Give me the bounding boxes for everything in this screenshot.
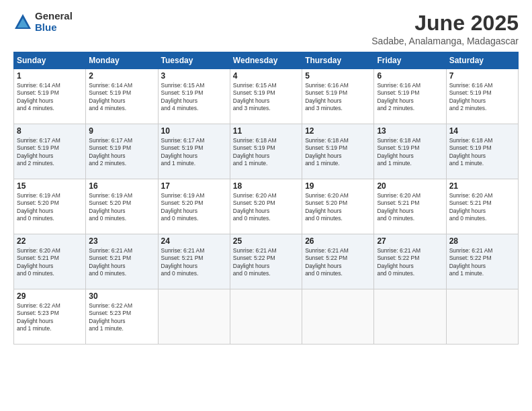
- logo-general-text: General: [35, 11, 73, 22]
- calendar-cell: 6 Sunrise: 6:16 AM Sunset: 5:19 PM Dayli…: [374, 69, 446, 124]
- day-number: 13: [377, 126, 443, 136]
- day-info: Sunrise: 6:19 AM Sunset: 5:20 PM Dayligh…: [17, 192, 83, 223]
- calendar-cell: 21 Sunrise: 6:20 AM Sunset: 5:21 PM Dayl…: [446, 179, 518, 234]
- day-info: Sunrise: 6:18 AM Sunset: 5:19 PM Dayligh…: [305, 137, 371, 168]
- day-info: Sunrise: 6:20 AM Sunset: 5:20 PM Dayligh…: [233, 192, 299, 223]
- day-number: 28: [449, 236, 515, 246]
- day-info: Sunrise: 6:20 AM Sunset: 5:21 PM Dayligh…: [449, 192, 515, 223]
- header-wednesday: Wednesday: [230, 52, 302, 69]
- day-info: Sunrise: 6:22 AM Sunset: 5:23 PM Dayligh…: [89, 302, 154, 333]
- calendar-cell: 23 Sunrise: 6:21 AM Sunset: 5:21 PM Dayl…: [86, 234, 158, 289]
- day-info: Sunrise: 6:17 AM Sunset: 5:19 PM Dayligh…: [89, 137, 154, 168]
- calendar-cell: 18 Sunrise: 6:20 AM Sunset: 5:20 PM Dayl…: [230, 179, 302, 234]
- day-number: 2: [89, 71, 154, 81]
- week-row-4: 22 Sunrise: 6:20 AM Sunset: 5:21 PM Dayl…: [14, 234, 519, 289]
- calendar-cell: 29 Sunrise: 6:22 AM Sunset: 5:23 PM Dayl…: [14, 289, 86, 345]
- calendar-cell: [158, 289, 230, 345]
- day-number: 30: [89, 291, 154, 301]
- day-info: Sunrise: 6:16 AM Sunset: 5:19 PM Dayligh…: [449, 82, 515, 113]
- weekday-header-row: Sunday Monday Tuesday Wednesday Thursday…: [14, 52, 519, 69]
- day-number: 10: [161, 126, 227, 136]
- day-number: 22: [17, 236, 83, 246]
- day-number: 27: [377, 236, 443, 246]
- day-info: Sunrise: 6:21 AM Sunset: 5:22 PM Dayligh…: [305, 247, 371, 278]
- day-number: 25: [233, 236, 299, 246]
- week-row-5: 29 Sunrise: 6:22 AM Sunset: 5:23 PM Dayl…: [14, 289, 519, 345]
- day-number: 17: [161, 181, 227, 191]
- day-number: 21: [449, 181, 515, 191]
- calendar-cell: 15 Sunrise: 6:19 AM Sunset: 5:20 PM Dayl…: [14, 179, 86, 234]
- page: General Blue June 2025 Sadabe, Analamang…: [0, 0, 532, 411]
- day-info: Sunrise: 6:14 AM Sunset: 5:19 PM Dayligh…: [89, 82, 154, 113]
- day-number: 8: [17, 126, 83, 136]
- calendar-cell: 2 Sunrise: 6:14 AM Sunset: 5:19 PM Dayli…: [86, 69, 158, 124]
- logo-text: General Blue: [35, 11, 73, 33]
- header-friday: Friday: [374, 52, 446, 69]
- header-thursday: Thursday: [302, 52, 374, 69]
- day-number: 19: [305, 181, 371, 191]
- day-number: 20: [377, 181, 443, 191]
- calendar-cell: 17 Sunrise: 6:19 AM Sunset: 5:20 PM Dayl…: [158, 179, 230, 234]
- title-area: June 2025 Sadabe, Analamanga, Madagascar: [371, 11, 519, 46]
- calendar-cell: 3 Sunrise: 6:15 AM Sunset: 5:19 PM Dayli…: [158, 69, 230, 124]
- day-number: 4: [233, 71, 299, 81]
- calendar-cell: [302, 289, 374, 345]
- day-info: Sunrise: 6:20 AM Sunset: 5:21 PM Dayligh…: [377, 192, 443, 223]
- calendar-table: Sunday Monday Tuesday Wednesday Thursday…: [13, 52, 519, 345]
- day-number: 11: [233, 126, 299, 136]
- calendar-cell: 14 Sunrise: 6:18 AM Sunset: 5:19 PM Dayl…: [446, 124, 518, 179]
- week-row-2: 8 Sunrise: 6:17 AM Sunset: 5:19 PM Dayli…: [14, 124, 519, 179]
- day-info: Sunrise: 6:16 AM Sunset: 5:19 PM Dayligh…: [377, 82, 443, 113]
- calendar-cell: 24 Sunrise: 6:21 AM Sunset: 5:21 PM Dayl…: [158, 234, 230, 289]
- day-info: Sunrise: 6:16 AM Sunset: 5:19 PM Dayligh…: [305, 82, 371, 113]
- day-number: 24: [161, 236, 227, 246]
- day-number: 14: [449, 126, 515, 136]
- calendar-cell: 1 Sunrise: 6:14 AM Sunset: 5:19 PM Dayli…: [14, 69, 86, 124]
- logo-blue-text: Blue: [35, 22, 73, 34]
- day-number: 23: [89, 236, 154, 246]
- calendar-cell: 13 Sunrise: 6:18 AM Sunset: 5:19 PM Dayl…: [374, 124, 446, 179]
- calendar-cell: 22 Sunrise: 6:20 AM Sunset: 5:21 PM Dayl…: [14, 234, 86, 289]
- day-info: Sunrise: 6:18 AM Sunset: 5:19 PM Dayligh…: [449, 137, 515, 168]
- day-info: Sunrise: 6:15 AM Sunset: 5:19 PM Dayligh…: [161, 82, 227, 113]
- calendar-cell: [230, 289, 302, 345]
- day-info: Sunrise: 6:22 AM Sunset: 5:23 PM Dayligh…: [17, 302, 83, 333]
- calendar-cell: 8 Sunrise: 6:17 AM Sunset: 5:19 PM Dayli…: [14, 124, 86, 179]
- day-info: Sunrise: 6:14 AM Sunset: 5:19 PM Dayligh…: [17, 82, 83, 113]
- day-info: Sunrise: 6:21 AM Sunset: 5:21 PM Dayligh…: [89, 247, 154, 278]
- calendar-cell: 10 Sunrise: 6:17 AM Sunset: 5:19 PM Dayl…: [158, 124, 230, 179]
- calendar-cell: [446, 289, 518, 345]
- calendar-cell: 5 Sunrise: 6:16 AM Sunset: 5:19 PM Dayli…: [302, 69, 374, 124]
- calendar-cell: 9 Sunrise: 6:17 AM Sunset: 5:19 PM Dayli…: [86, 124, 158, 179]
- calendar-cell: 30 Sunrise: 6:22 AM Sunset: 5:23 PM Dayl…: [86, 289, 158, 345]
- day-info: Sunrise: 6:21 AM Sunset: 5:21 PM Dayligh…: [161, 247, 227, 278]
- day-info: Sunrise: 6:17 AM Sunset: 5:19 PM Dayligh…: [161, 137, 227, 168]
- day-info: Sunrise: 6:19 AM Sunset: 5:20 PM Dayligh…: [89, 192, 154, 223]
- week-row-3: 15 Sunrise: 6:19 AM Sunset: 5:20 PM Dayl…: [14, 179, 519, 234]
- calendar-cell: 25 Sunrise: 6:21 AM Sunset: 5:22 PM Dayl…: [230, 234, 302, 289]
- day-info: Sunrise: 6:21 AM Sunset: 5:22 PM Dayligh…: [233, 247, 299, 278]
- day-info: Sunrise: 6:20 AM Sunset: 5:20 PM Dayligh…: [305, 192, 371, 223]
- calendar-cell: 28 Sunrise: 6:21 AM Sunset: 5:22 PM Dayl…: [446, 234, 518, 289]
- day-info: Sunrise: 6:19 AM Sunset: 5:20 PM Dayligh…: [161, 192, 227, 223]
- calendar-cell: 7 Sunrise: 6:16 AM Sunset: 5:19 PM Dayli…: [446, 69, 518, 124]
- day-number: 29: [17, 291, 83, 301]
- header-saturday: Saturday: [446, 52, 518, 69]
- calendar-cell: 12 Sunrise: 6:18 AM Sunset: 5:19 PM Dayl…: [302, 124, 374, 179]
- day-number: 18: [233, 181, 299, 191]
- day-number: 9: [89, 126, 154, 136]
- location-title: Sadabe, Analamanga, Madagascar: [371, 36, 519, 46]
- calendar-cell: 16 Sunrise: 6:19 AM Sunset: 5:20 PM Dayl…: [86, 179, 158, 234]
- week-row-1: 1 Sunrise: 6:14 AM Sunset: 5:19 PM Dayli…: [14, 69, 519, 124]
- header-sunday: Sunday: [14, 52, 86, 69]
- day-number: 1: [17, 71, 83, 81]
- day-number: 15: [17, 181, 83, 191]
- day-info: Sunrise: 6:21 AM Sunset: 5:22 PM Dayligh…: [377, 247, 443, 278]
- calendar-cell: 27 Sunrise: 6:21 AM Sunset: 5:22 PM Dayl…: [374, 234, 446, 289]
- header-monday: Monday: [86, 52, 158, 69]
- day-number: 3: [161, 71, 227, 81]
- day-info: Sunrise: 6:18 AM Sunset: 5:19 PM Dayligh…: [233, 137, 299, 168]
- day-number: 6: [377, 71, 443, 81]
- day-info: Sunrise: 6:15 AM Sunset: 5:19 PM Dayligh…: [233, 82, 299, 113]
- logo: General Blue: [13, 11, 73, 33]
